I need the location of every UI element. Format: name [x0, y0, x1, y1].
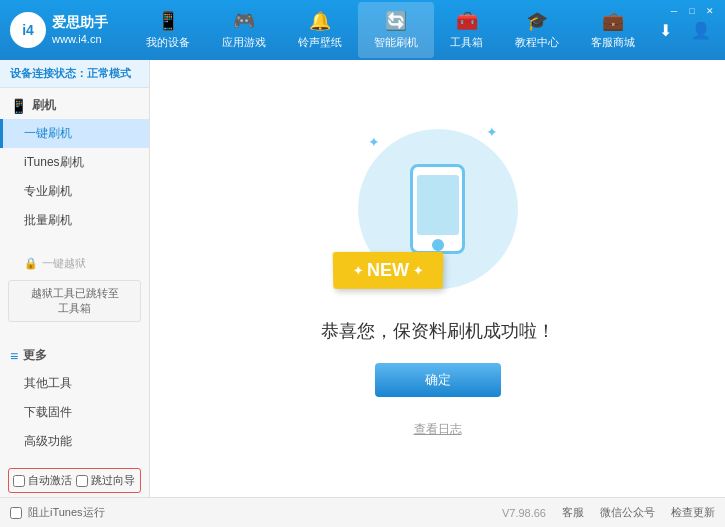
confirm-button[interactable]: 确定: [375, 363, 501, 397]
header-right: ⬇ 👤: [651, 16, 715, 44]
tab-my-device[interactable]: 📱 我的设备: [130, 2, 206, 58]
stop-itunes-label: 阻止iTunes运行: [28, 505, 105, 520]
auto-activate-input[interactable]: [13, 475, 25, 487]
tab-toolbox[interactable]: 🧰 工具箱: [434, 2, 499, 58]
toolbox-icon: 🧰: [456, 10, 478, 32]
new-ribbon: ✦ NEW ✦: [332, 252, 443, 289]
sidebar-bottom: 自动激活 跳过向导 📱 iPhone 15 Pro Max 512GB iPho…: [0, 460, 149, 497]
success-text: 恭喜您，保资料刷机成功啦！: [321, 319, 555, 343]
sidebar-section-flash: 📱 刷机 一键刷机 iTunes刷机 专业刷机 批量刷机: [0, 88, 149, 239]
apps-icon: 🎮: [233, 10, 255, 32]
sidebar-item-other-tools[interactable]: 其他工具: [0, 369, 149, 398]
sidebar-item-pro-flash[interactable]: 专业刷机: [0, 177, 149, 206]
logo-icon: i4: [10, 12, 46, 48]
footer-link-update[interactable]: 检查更新: [671, 505, 715, 520]
success-illustration: ✦ ✦ ✦ ✦ NEW ✦ 恭喜您，保资料刷机成功啦！ 确定 查看日志: [321, 119, 555, 438]
sidebar-item-download-firmware[interactable]: 下载固件: [0, 398, 149, 427]
service-icon: 💼: [602, 10, 624, 32]
window-controls: ─ □ ✕: [667, 4, 717, 18]
flash-section-icon: 📱: [10, 98, 27, 114]
sidebar-item-batch-flash[interactable]: 批量刷机: [0, 206, 149, 235]
logo-text: 爱思助手 www.i4.cn: [52, 13, 108, 48]
download-button[interactable]: ⬇: [651, 16, 679, 44]
phone-shape: [410, 164, 465, 254]
sidebar-notice-jailbreak: 越狱工具已跳转至工具箱: [8, 280, 141, 322]
tutorial-icon: 🎓: [526, 10, 548, 32]
tab-tutorial[interactable]: 🎓 教程中心: [499, 2, 575, 58]
status-value: 正常模式: [87, 67, 131, 79]
section-flash-title: 📱 刷机: [0, 92, 149, 119]
status-bar: 设备连接状态：正常模式: [0, 60, 149, 88]
footer: 阻止iTunes运行 V7.98.66 客服 微信公众号 检查更新: [0, 497, 725, 527]
sparkle-icon-1: ✦: [368, 134, 380, 150]
time-guide-checkbox[interactable]: 跳过向导: [76, 473, 135, 488]
footer-left: 阻止iTunes运行: [10, 505, 105, 520]
header: i4 爱思助手 www.i4.cn 📱 我的设备 🎮 应用游戏 🔔 铃声壁纸 🔄…: [0, 0, 725, 60]
section-more-title: ≡ 更多: [0, 342, 149, 369]
maximize-button[interactable]: □: [685, 4, 699, 18]
ribbon-stars-left: ✦: [352, 263, 362, 277]
time-guide-input[interactable]: [76, 475, 88, 487]
my-device-icon: 📱: [157, 10, 179, 32]
tab-ringtones[interactable]: 🔔 铃声壁纸: [282, 2, 358, 58]
ribbon-stars-right: ✦: [412, 263, 422, 277]
tab-smart-flash[interactable]: 🔄 智能刷机: [358, 2, 434, 58]
smart-flash-icon: 🔄: [385, 10, 407, 32]
nav-tabs: 📱 我的设备 🎮 应用游戏 🔔 铃声壁纸 🔄 智能刷机 🧰 工具箱 🎓 教程中心…: [130, 2, 651, 58]
version-label: V7.98.66: [502, 507, 546, 519]
ringtones-icon: 🔔: [309, 10, 331, 32]
sidebar-section-jailbreak: 🔒 一键越狱 越狱工具已跳转至工具箱: [0, 247, 149, 330]
new-badge-text: NEW: [366, 260, 408, 281]
stop-itunes-checkbox[interactable]: [10, 507, 22, 519]
footer-link-wechat[interactable]: 微信公众号: [600, 505, 655, 520]
footer-right: V7.98.66 客服 微信公众号 检查更新: [502, 505, 715, 520]
main-layout: 设备连接状态：正常模式 📱 刷机 一键刷机 iTunes刷机 专业刷机 批量刷机…: [0, 60, 725, 497]
footer-link-service[interactable]: 客服: [562, 505, 584, 520]
sidebar-item-itunes-flash[interactable]: iTunes刷机: [0, 148, 149, 177]
more-section-icon: ≡: [10, 348, 18, 364]
phone-screen: [417, 175, 459, 235]
auto-activate-checkbox[interactable]: 自动激活: [13, 473, 72, 488]
sidebar-section-more: ≡ 更多 其他工具 下载固件 高级功能: [0, 338, 149, 460]
content-area: ✦ ✦ ✦ ✦ NEW ✦ 恭喜您，保资料刷机成功啦！ 确定 查看日志: [150, 60, 725, 497]
view-log-link[interactable]: 查看日志: [414, 421, 462, 438]
lock-icon: 🔒: [24, 257, 38, 270]
logo-area: i4 爱思助手 www.i4.cn: [10, 12, 130, 48]
minimize-button[interactable]: ─: [667, 4, 681, 18]
sidebar-item-one-key-flash[interactable]: 一键刷机: [0, 119, 149, 148]
sidebar: 设备连接状态：正常模式 📱 刷机 一键刷机 iTunes刷机 专业刷机 批量刷机…: [0, 60, 150, 497]
user-button[interactable]: 👤: [687, 16, 715, 44]
tab-service[interactable]: 💼 客服商城: [575, 2, 651, 58]
sidebar-disabled-jailbreak: 🔒 一键越狱: [0, 251, 149, 276]
phone-graphic: ✦ ✦ ✦ ✦ NEW ✦: [348, 119, 528, 299]
auto-options: 自动激活 跳过向导: [8, 468, 141, 493]
phone-home-button: [432, 239, 444, 251]
tab-apps-games[interactable]: 🎮 应用游戏: [206, 2, 282, 58]
close-button[interactable]: ✕: [703, 4, 717, 18]
sparkle-icon-2: ✦: [486, 124, 498, 140]
sidebar-item-advanced[interactable]: 高级功能: [0, 427, 149, 456]
